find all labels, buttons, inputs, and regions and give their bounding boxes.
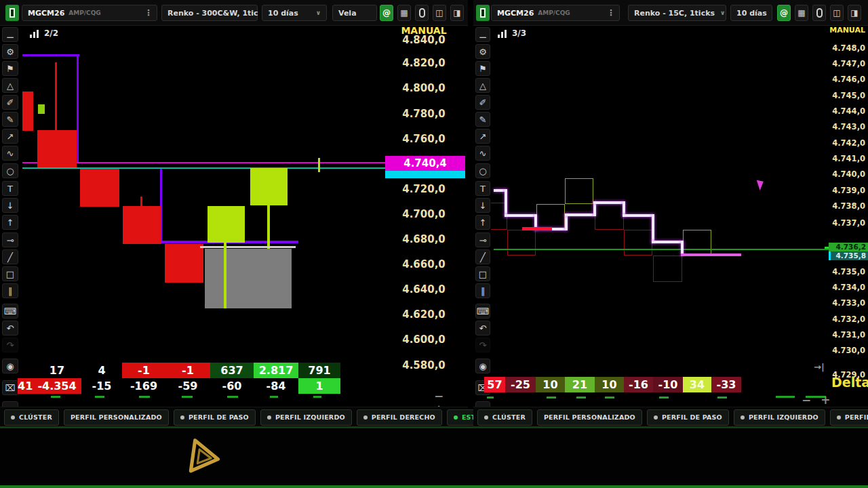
measure-icon[interactable]: ⚊: [475, 27, 490, 42]
flag-icon[interactable]: ⚑: [475, 61, 490, 76]
circle-icon[interactable]: ○: [475, 163, 490, 178]
rectangle-tool-icon[interactable]: □: [2, 266, 18, 281]
chevron-down-icon: ∨: [715, 9, 725, 16]
period-label: 10 días: [268, 9, 298, 18]
gear-outline-icon[interactable]: ⚙: [475, 44, 490, 59]
brush-icon[interactable]: ✎: [2, 112, 18, 127]
stat-mini-label: [313, 396, 321, 398]
chart-panel-right: MGCM26 AMP/CQG ⋮ Renko - 15C, 1ticks ∨ 1…: [473, 0, 868, 427]
undo-icon[interactable]: ↶: [475, 321, 490, 336]
marker-icon[interactable]: ✐: [2, 95, 18, 110]
tab-perfil-de-paso[interactable]: PERFIL DE PASO: [174, 409, 256, 426]
price-axis-label: 4.747,0: [827, 59, 865, 68]
jump-to-latest-icon[interactable]: →|: [814, 362, 825, 372]
brush-icon[interactable]: ✎: [475, 112, 490, 127]
tab-status-dot: [741, 415, 745, 420]
wave-pattern-icon[interactable]: ∿: [2, 146, 18, 161]
text-tool-icon[interactable]: T: [475, 181, 490, 196]
tab-cl-ster[interactable]: CLÚSTER: [4, 409, 59, 426]
tab-perfil-derec[interactable]: PERFIL DEREC: [830, 409, 868, 426]
arrow-down-icon[interactable]: ↓: [2, 198, 18, 213]
histogram-icon: [498, 30, 507, 38]
keyboard-icon[interactable]: ⌨: [475, 304, 490, 319]
arrow-down-icon[interactable]: ↓: [475, 198, 490, 213]
wave-pattern-icon[interactable]: ∿: [475, 146, 490, 161]
layout-columns-icon[interactable]: ◫: [433, 5, 446, 21]
symbol-selector[interactable]: MGCM26 AMP/CQG ⋮: [491, 5, 620, 21]
tab-perfil-izquierdo[interactable]: PERFIL IZQUIERDO: [734, 409, 825, 426]
tab-label: PERFIL DE PASO: [189, 413, 249, 421]
tab-status-dot: [267, 415, 271, 420]
panel-right-icon[interactable]: ◨: [450, 5, 464, 21]
timeframe-selector[interactable]: Renko - 15C, 1ticks ∨: [628, 5, 726, 21]
stat-mini-label: [659, 396, 669, 399]
arrow-up-icon[interactable]: ↑: [475, 215, 490, 230]
parallel-lines-icon[interactable]: ∥: [475, 283, 490, 298]
trash-icon[interactable]: ⌧: [2, 380, 18, 395]
red-wick: [55, 62, 57, 130]
period-selector[interactable]: 10 días: [730, 5, 772, 21]
mouse-icon[interactable]: [812, 5, 826, 21]
redo-icon[interactable]: ↷: [2, 338, 18, 352]
measure-icon[interactable]: ⚊: [2, 27, 18, 42]
gear-outline-icon[interactable]: ⚙: [2, 44, 18, 59]
renko-box-green: [208, 206, 245, 243]
circle-icon[interactable]: ○: [2, 163, 18, 178]
grid-icon[interactable]: ▦: [795, 5, 808, 21]
price-axis-label: 4.732,0: [827, 314, 865, 324]
text-tool-icon[interactable]: T: [2, 181, 18, 196]
tab-perfil-de-paso[interactable]: PERFIL DE PASO: [647, 409, 729, 426]
pager-label: 2/2: [44, 28, 58, 38]
tab-perfil-izquierdo[interactable]: PERFIL IZQUIERDO: [260, 409, 352, 426]
price-axis-label: 4.748,0: [827, 43, 865, 53]
parallel-lines-icon[interactable]: ∥: [2, 283, 18, 298]
rectangle-tool-icon[interactable]: □: [475, 266, 490, 281]
timeframe-label: Renko - 15C, 1ticks: [634, 9, 715, 18]
flag-icon[interactable]: ⚑: [2, 61, 18, 76]
triangle-icon[interactable]: △: [475, 78, 490, 93]
chat-icon[interactable]: @: [380, 5, 393, 21]
triangle-icon[interactable]: △: [2, 78, 18, 93]
chart-style-selector[interactable]: Vela: [332, 5, 377, 21]
redo-icon[interactable]: ↷: [475, 338, 490, 352]
price-axis-label: 4.660,0: [380, 258, 468, 270]
grid-icon[interactable]: ▦: [397, 5, 411, 21]
trend-line-icon[interactable]: ╱: [475, 249, 490, 264]
eye-icon[interactable]: ◉: [475, 359, 490, 373]
trend-line-icon[interactable]: ╱: [2, 249, 18, 264]
trend-arrow-icon[interactable]: ↗: [2, 129, 18, 144]
panel-right-icon[interactable]: ◨: [848, 5, 861, 21]
chat-icon[interactable]: @: [777, 5, 791, 21]
stat-mini-label: [605, 396, 614, 399]
trend-arrow-icon[interactable]: ↗: [475, 129, 490, 144]
symbol-selector[interactable]: MGCM26 AMP/CQG ⋮: [22, 5, 157, 21]
window-icon[interactable]: [476, 5, 490, 21]
line-dot-icon[interactable]: ⊸: [2, 232, 18, 247]
line-dot-icon[interactable]: ⊸: [475, 232, 490, 247]
undo-icon[interactable]: ↶: [2, 321, 18, 336]
tab-status-dot: [454, 415, 458, 420]
tab-perfil-personalizado[interactable]: PERFIL PERSONALIZADO: [64, 409, 169, 426]
more-options-icon[interactable]: ⋮: [144, 8, 153, 18]
layout-columns-icon[interactable]: ◫: [830, 5, 844, 21]
timeframe-selector[interactable]: Renko - 300C&W, 1tic ∨: [161, 5, 258, 21]
tab-label: PERFIL DERECHO: [372, 413, 435, 421]
stat-cell: -25: [505, 377, 536, 392]
tab-perfil-personalizado[interactable]: PERFIL PERSONALIZADO: [537, 409, 642, 426]
mouse-icon[interactable]: [415, 5, 429, 21]
period-selector[interactable]: 10 días ∨: [262, 5, 327, 21]
arrow-up-icon[interactable]: ↑: [2, 215, 18, 230]
price-axis-label: 4.580,0: [380, 359, 468, 371]
window-icon[interactable]: [5, 5, 19, 21]
tab-perfil-derecho[interactable]: PERFIL DERECHO: [357, 409, 442, 426]
eye-icon[interactable]: ◉: [2, 359, 18, 373]
marker-icon[interactable]: ✐: [475, 95, 490, 110]
price-axis-label: 4.733,0: [827, 298, 865, 308]
drawing-toolbar: ⚊⚙⚑△✐✎↗∿○T↓↑⊸╱□∥⌨↶↷◉⌧≡: [474, 27, 493, 404]
more-options-icon[interactable]: ⋮: [607, 8, 615, 18]
price-axis-label: 4.739,0: [827, 186, 865, 195]
trading-workspace: MGCM26 AMP/CQG ⋮ Renko - 300C&W, 1tic ∨ …: [0, 0, 868, 488]
keyboard-icon[interactable]: ⌨: [2, 304, 18, 319]
chart-zoom-controls[interactable]: −+: [802, 393, 840, 407]
tab-cl-ster[interactable]: CLÚSTER: [477, 409, 532, 426]
